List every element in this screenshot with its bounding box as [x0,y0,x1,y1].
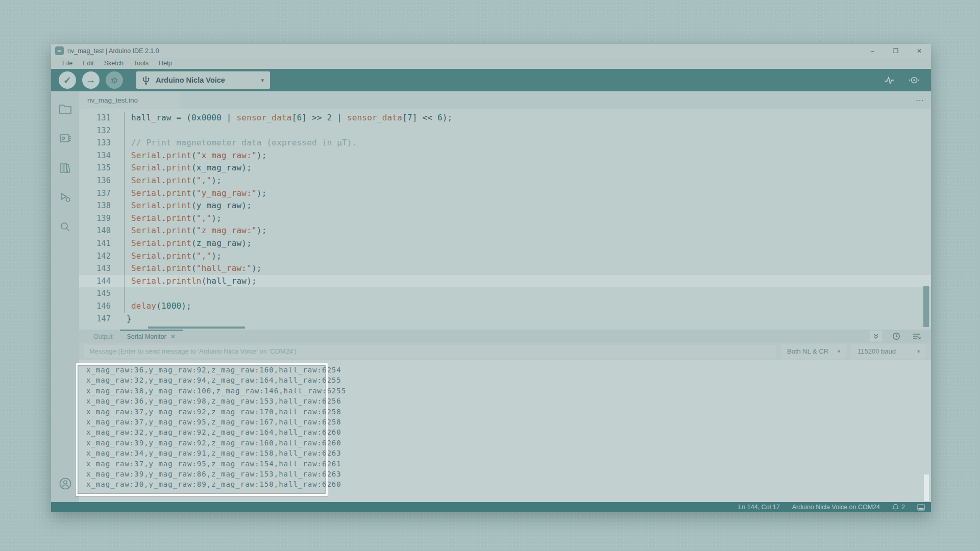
board-selector-dropdown[interactable]: Arduino Nicla Voice ▾ [136,71,270,89]
notifications-button[interactable]: 2 [892,504,905,511]
code-text: Serial.print(z_mag_raw); [124,237,252,250]
board-connection-status: Arduino Nicla Voice on COM24 [792,504,880,511]
serial-output-line: x_mag_raw:39,y_mag_raw:86,z_mag_raw:153,… [86,469,931,479]
menu-sketch[interactable]: Sketch [99,60,129,67]
panel-tab-bar: Output Serial Monitor ✕ [79,330,931,343]
menu-bar: FileEditSketchToolsHelp [51,58,931,69]
tab-output[interactable]: Output [86,330,120,343]
code-line-134[interactable]: 134Serial.print("x_mag_raw:"); [79,149,931,162]
code-text: Serial.print("z_mag_raw:"); [124,224,267,237]
serial-output-line: x_mag_raw:39,y_mag_raw:92,z_mag_raw:160,… [86,438,931,448]
restore-button[interactable]: ❐ [884,44,908,58]
code-line-131[interactable]: 131hall_raw = (0x0000 | sensor_data[6] >… [79,112,931,124]
main-toolbar: ✓ → Arduino Nicla Voice ▾ [51,69,931,91]
serial-monitor-output[interactable]: x_mag_raw:36,y_mag_raw:92,z_mag_raw:160,… [79,360,931,502]
code-text: } [124,313,132,325]
tab-serial-monitor[interactable]: Serial Monitor ✕ [120,330,183,343]
line-number: 147 [79,313,111,325]
panel-layout-icon[interactable] [917,504,925,511]
cursor-position: Ln 144, Col 17 [738,504,779,511]
title-bar[interactable]: ∞ nv_mag_test | Arduino IDE 2.1.0 – ❐ ✕ [51,44,931,58]
code-line-132[interactable]: 132 [79,124,931,137]
activity-bar [51,91,79,502]
code-text: Serial.print(","); [124,212,222,225]
serial-output-line: x_mag_raw:37,y_mag_raw:95,z_mag_raw:154,… [86,459,931,469]
serial-monitor-button[interactable] [908,74,921,86]
debug-button[interactable] [106,71,123,89]
timestamp-clock-icon[interactable] [890,331,902,341]
code-text [124,287,131,300]
code-text: Serial.print(x_mag_raw); [124,162,252,174]
editor-horizontal-scrollbar[interactable] [148,327,245,329]
close-icon[interactable]: ✕ [170,333,176,340]
account-icon[interactable] [55,472,76,495]
upload-button[interactable]: → [82,71,100,89]
line-number: 146 [79,300,111,313]
boards-manager-icon[interactable] [55,127,76,149]
arduino-app-icon: ∞ [55,46,64,55]
serial-message-row: Both NL & CR ▾ 115200 baud ▾ [79,343,931,360]
code-line-135[interactable]: 135Serial.print(x_mag_raw); [79,162,931,174]
line-number: 133 [79,137,111,149]
verify-icon: ✓ [63,74,71,86]
chevron-down-icon: ▾ [917,348,920,354]
menu-file[interactable]: File [57,60,78,67]
debug-icon [110,76,119,85]
code-line-138[interactable]: 138Serial.print(y_mag_raw); [79,199,931,212]
tab-nv-mag-test-ino[interactable]: nv_mag_test.ino [79,91,181,109]
serial-output-line: x_mag_raw:37,y_mag_raw:92,z_mag_raw:170,… [86,407,931,417]
library-manager-icon[interactable] [55,157,76,179]
menu-help[interactable]: Help [154,60,177,67]
code-line-142[interactable]: 142Serial.print(","); [79,250,931,263]
minimize-button[interactable]: – [861,44,884,58]
menu-tools[interactable]: Tools [129,60,154,67]
bottom-panel: Output Serial Monitor ✕ [79,330,931,502]
code-line-136[interactable]: 136Serial.print(","); [79,174,931,187]
code-line-143[interactable]: 143Serial.print("hall_raw:"); [79,262,931,275]
board-selector-label: Arduino Nicla Voice [156,76,225,84]
close-button[interactable]: ✕ [908,44,931,58]
line-number: 134 [79,149,111,162]
code-text: hall_raw = (0x0000 | sensor_data[6] >> 2… [124,112,452,124]
sketchbook-folder-icon[interactable] [55,97,76,120]
serial-plotter-button[interactable] [883,74,895,86]
line-number: 131 [79,112,111,124]
line-number: 143 [79,262,111,275]
code-line-140[interactable]: 140Serial.print("z_mag_raw:"); [79,224,931,237]
line-number: 139 [79,212,111,225]
code-line-144[interactable]: 144Serial.println(hall_raw); [79,275,931,288]
code-line-133[interactable]: 133// Print magnetometer data (expressed… [79,137,931,149]
arduino-ide-window: ∞ nv_mag_test | Arduino IDE 2.1.0 – ❐ ✕ … [51,44,931,512]
code-line-146[interactable]: 146delay(1000); [79,300,931,313]
search-icon[interactable] [55,216,76,238]
baud-rate-dropdown[interactable]: 115200 baud ▾ [851,344,926,359]
code-line-145[interactable]: 145 [79,287,931,300]
code-line-147[interactable]: 147} [79,313,931,325]
code-text: Serial.println(hall_raw); [124,275,257,288]
line-number: 145 [79,287,111,300]
code-line-139[interactable]: 139Serial.print(","); [79,212,931,225]
line-number: 132 [79,124,111,137]
code-text: Serial.print(y_mag_raw); [124,199,252,212]
code-line-137[interactable]: 137Serial.print("y_mag_raw:"); [79,187,931,200]
menu-edit[interactable]: Edit [78,60,99,67]
verify-button[interactable]: ✓ [59,71,76,89]
code-line-141[interactable]: 141Serial.print(z_mag_raw); [79,237,931,250]
editor-vertical-scrollbar[interactable] [923,286,929,327]
line-ending-dropdown[interactable]: Both NL & CR ▾ [781,344,846,359]
debug-sidebar-icon[interactable] [55,186,76,209]
line-number: 140 [79,224,111,237]
code-text: Serial.print("hall_raw:"); [124,262,262,275]
editor-tab-label: nv_mag_test.ino [87,96,138,104]
serial-output-line: x_mag_raw:36,y_mag_raw:98,z_mag_raw:153,… [86,396,931,406]
toggle-autoscroll-button[interactable] [870,331,882,341]
editor-more-actions-button[interactable]: ⋯ [909,91,931,109]
line-ending-value: Both NL & CR [787,347,830,355]
serial-output-scrollbar[interactable] [924,474,929,501]
line-number: 137 [79,187,111,200]
code-editor[interactable]: 131hall_raw = (0x0000 | sensor_data[6] >… [79,109,931,330]
serial-message-input[interactable] [84,345,776,358]
serial-output-line: x_mag_raw:30,y_mag_raw:89,z_mag_raw:158,… [86,479,931,489]
clear-output-icon[interactable] [911,331,923,341]
baud-rate-value: 115200 baud [857,347,910,355]
